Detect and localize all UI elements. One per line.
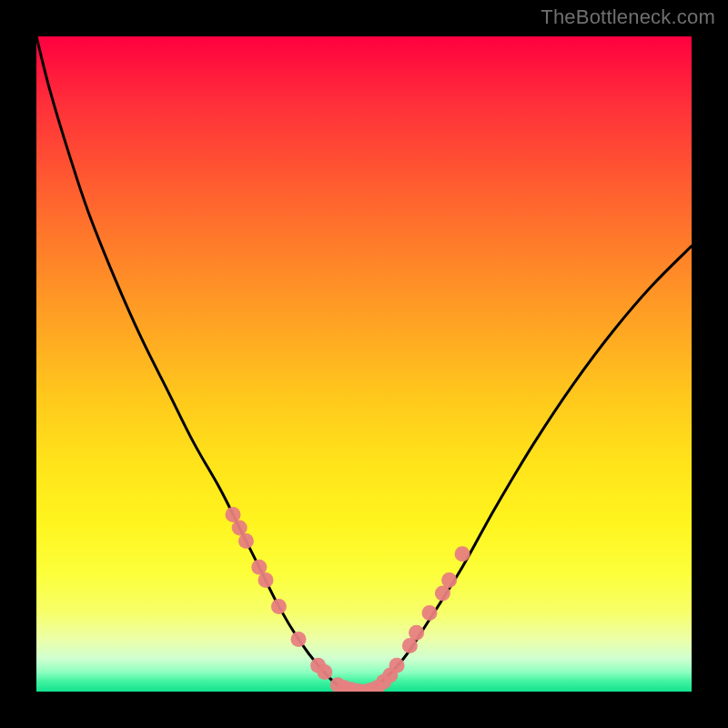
curve-marker — [422, 605, 438, 621]
watermark-text: TheBottleneck.com — [541, 5, 715, 29]
curve-marker — [455, 546, 470, 561]
curve-marker — [238, 533, 254, 549]
curve-marker — [409, 625, 424, 641]
curve-marker — [291, 632, 307, 647]
curve-marker — [389, 658, 405, 673]
curve-marker — [435, 586, 450, 602]
bottleneck-curve — [36, 36, 692, 692]
curve-svg — [36, 36, 692, 692]
curve-marker — [251, 560, 267, 575]
curve-marker — [226, 507, 241, 522]
curve-marker — [402, 638, 418, 653]
curve-marker — [258, 572, 274, 588]
chart-frame: TheBottleneck.com — [0, 0, 728, 728]
curve-marker — [271, 599, 287, 614]
curve-marker — [441, 572, 457, 588]
curve-marker — [317, 664, 332, 680]
plot-area — [36, 36, 692, 692]
curve-marker — [232, 521, 248, 536]
